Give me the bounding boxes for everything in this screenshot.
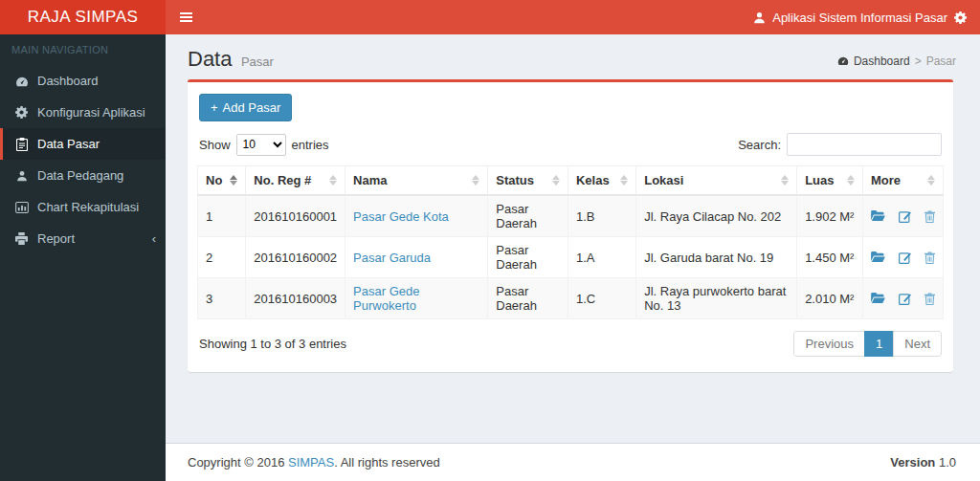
table-controls: Show 10 entries Search:: [197, 131, 944, 165]
user-icon: [753, 11, 766, 24]
cell-luas: 1.450 M²: [797, 237, 863, 278]
row-actions: [871, 293, 935, 305]
table-info: Showing 1 to 3 of 3 entries: [199, 337, 346, 351]
open-folder-icon[interactable]: [871, 293, 885, 304]
open-folder-icon[interactable]: [871, 251, 885, 263]
sidebar-toggle-icon[interactable]: [166, 0, 206, 34]
pagination-page-1-button[interactable]: 1: [864, 331, 894, 357]
content-header: Data Pasar Dashboard > Pasar: [166, 34, 980, 79]
pagination-next-button[interactable]: Next: [893, 331, 942, 357]
sidebar-item-label: Data Pasar: [37, 137, 100, 151]
sort-asc-icon: [230, 175, 237, 186]
column-header-reg[interactable]: No. Reg #: [246, 166, 345, 196]
bar-chart-icon: [14, 202, 29, 213]
search-input[interactable]: [787, 133, 942, 156]
clipboard-icon: [14, 138, 29, 151]
content: Data Pasar Dashboard > Pasar + Add Pasar…: [166, 34, 980, 443]
open-folder-icon[interactable]: [871, 210, 885, 222]
cell-lokasi: Jl. Garuda barat No. 19: [636, 237, 797, 278]
sidebar-item-dashboard[interactable]: Dashboard: [0, 65, 166, 97]
cell-no: 1: [198, 195, 246, 237]
edit-icon[interactable]: [899, 210, 911, 223]
cell-luas: 1.902 M²: [797, 195, 863, 237]
content-wrapper: Data Pasar Dashboard > Pasar + Add Pasar…: [166, 34, 980, 481]
sort-icon: [781, 175, 789, 186]
delete-trash-icon[interactable]: [924, 210, 935, 223]
sidebar-header: MAIN NAVIGATION: [0, 34, 166, 65]
column-header-no[interactable]: No: [198, 166, 246, 196]
column-header-luas[interactable]: Luas: [797, 166, 863, 196]
pasar-name-link[interactable]: Pasar Gede Kota: [353, 209, 449, 224]
delete-trash-icon[interactable]: [924, 251, 935, 264]
sidebar-item-data-pedagang[interactable]: Data Pedagang: [0, 160, 166, 191]
edit-icon[interactable]: [899, 251, 911, 264]
column-header-kelas[interactable]: Kelas: [568, 166, 635, 196]
column-header-lokasi[interactable]: Lokasi: [636, 166, 797, 196]
entries-label: entries: [292, 138, 329, 152]
navbar-user-label: Aplikasi Sistem Informasi Pasar: [772, 11, 947, 25]
sort-icon: [927, 175, 935, 186]
user-icon: [14, 170, 29, 182]
sort-icon: [472, 175, 479, 186]
pasar-name-link[interactable]: Pasar Garuda: [353, 251, 431, 265]
top-navbar: RAJA SIMPAS Aplikasi Sistem Informasi Pa…: [0, 0, 980, 34]
pagination: Previous 1 Next: [793, 331, 942, 357]
cell-status: Pasar Daerah: [488, 237, 568, 278]
page-subtitle: Pasar: [241, 55, 274, 69]
table-row: 3 201610160003 Pasar Gede Purwokerto Pas…: [198, 278, 944, 319]
column-header-more[interactable]: More: [862, 166, 943, 196]
sidebar-item-konfigurasi-aplikasi[interactable]: Konfigurasi Aplikasi: [0, 97, 166, 128]
tachometer-icon: [837, 55, 849, 66]
sidebar-item-data-pasar[interactable]: Data Pasar: [0, 128, 166, 160]
cell-no: 2: [198, 237, 246, 278]
gear-icon[interactable]: [954, 11, 967, 24]
sidebar-item-label: Data Pedagang: [37, 168, 123, 183]
sidebar-item-report[interactable]: Report ‹: [0, 223, 166, 254]
sidebar-item-chart-rekapitulasi[interactable]: Chart Rekapitulasi: [0, 191, 166, 223]
column-header-nama[interactable]: Nama: [345, 166, 488, 196]
sidebar-item-label: Dashboard: [37, 74, 99, 88]
show-label: Show: [199, 138, 231, 152]
table-row: 1 201610160001 Pasar Gede Kota Pasar Dae…: [198, 195, 944, 237]
table-body: 1 201610160001 Pasar Gede Kota Pasar Dae…: [198, 195, 944, 319]
pagination-previous-button[interactable]: Previous: [793, 331, 865, 357]
navbar-main: Aplikasi Sistem Informasi Pasar: [166, 0, 980, 34]
sort-icon: [329, 175, 337, 186]
sort-icon: [552, 175, 560, 186]
breadcrumb-separator: >: [915, 55, 922, 68]
sort-icon: [847, 175, 855, 186]
page-length-select[interactable]: 10: [236, 134, 286, 156]
cell-kelas: 1.C: [568, 278, 635, 319]
sidebar-item-label: Report: [37, 231, 75, 246]
edit-icon[interactable]: [899, 293, 911, 305]
search-label: Search:: [738, 138, 781, 152]
cell-status: Pasar Daerah: [488, 278, 568, 319]
cell-kelas: 1.A: [568, 237, 635, 278]
delete-trash-icon[interactable]: [924, 293, 935, 305]
navbar-user-menu[interactable]: Aplikasi Sistem Informasi Pasar: [753, 11, 980, 25]
sidebar: MAIN NAVIGATION Dashboard Konfigurasi Ap…: [0, 34, 166, 481]
copyright-text: Copyright © 2016 SIMPAS. All rights rese…: [188, 455, 440, 470]
tachometer-icon: [14, 76, 29, 87]
breadcrumb-home-link[interactable]: Dashboard: [854, 55, 910, 68]
cell-kelas: 1.B: [568, 195, 635, 237]
cell-luas: 2.010 M²: [797, 278, 863, 319]
column-header-status[interactable]: Status: [488, 166, 568, 196]
simpas-link[interactable]: SIMPAS: [288, 455, 334, 470]
cell-lokasi: Jl. Raya purwokerto barat No. 13: [636, 278, 797, 319]
breadcrumb: Dashboard > Pasar: [837, 55, 956, 68]
table-footer: Showing 1 to 3 of 3 entries Previous 1 N…: [197, 319, 944, 362]
brand-logo[interactable]: RAJA SIMPAS: [0, 0, 166, 34]
cell-reg: 201610160003: [246, 278, 345, 319]
page-length-control: Show 10 entries: [199, 134, 329, 156]
gear-icon: [14, 106, 29, 119]
row-actions: [871, 251, 935, 264]
cell-status: Pasar Daerah: [488, 195, 568, 237]
pasar-name-link[interactable]: Pasar Gede Purwokerto: [353, 284, 419, 313]
add-pasar-button[interactable]: + Add Pasar: [199, 94, 292, 121]
add-pasar-label: Add Pasar: [223, 100, 281, 115]
plus-icon: +: [211, 100, 218, 115]
printer-icon: [14, 232, 29, 245]
version-text: Version 1.0: [890, 455, 956, 470]
page-heading: Data Pasar: [188, 47, 274, 72]
